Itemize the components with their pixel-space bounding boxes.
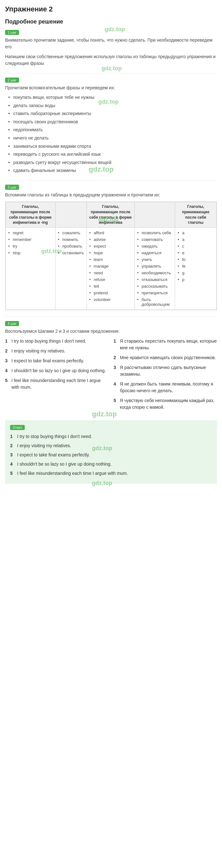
- step-1-badge: 1 шаг: [5, 30, 19, 35]
- sentence-en-5-text: I feel like misunderstanding each time I…: [11, 377, 108, 391]
- answer-num-1: 1: [10, 433, 14, 440]
- col5-partial: a a c e fo fe g p: [175, 227, 217, 310]
- verb-pozvolit: позволить себе: [137, 229, 173, 236]
- verbs-table: Глаголы, принимающие после себя глаголы …: [5, 202, 217, 310]
- sentence-en-1-text: I try to stop buying things I don't need…: [11, 338, 86, 344]
- col2-header: [55, 202, 86, 227]
- col5-e: e: [178, 249, 214, 256]
- bullet-5: недопонимать: [8, 127, 217, 133]
- verb-refuse: refuse: [89, 276, 132, 283]
- sentence-ru-3-num: 3: [114, 364, 118, 378]
- bullet-1: покупать вещи, которые тебе не нужны: [8, 94, 217, 101]
- sentence-ru-3: 3 Я рассчитываю отлично сдать выпускные …: [114, 364, 217, 378]
- verb-learn: learn: [89, 256, 132, 263]
- verb-remember: remember: [8, 236, 53, 243]
- verb-regret: regret: [8, 229, 53, 236]
- bullet-3: ставить лабораторные эксперименты: [8, 111, 217, 117]
- sentence-en-4-text: I shouldn't be so lazy so I give up doin…: [11, 367, 106, 374]
- sentences-grid: 1 I try to stop buying things I don't ne…: [5, 338, 217, 414]
- bullet-8: переводить с русского на английский язык: [8, 151, 217, 158]
- verb-sozhalet: сожалеть: [58, 229, 84, 236]
- answer-item-3: 3 I expect to take final exams perfectly…: [10, 452, 212, 458]
- sentence-ru-1-num: 1: [114, 338, 118, 351]
- verb-probovat: пробовать: [58, 243, 84, 249]
- sentence-ru-5-num: 5: [114, 397, 118, 411]
- verb-hope: hope: [89, 249, 132, 256]
- verb-stop: stop: [8, 249, 53, 256]
- sentence-en-4: 4 I shouldn't be so lazy so I give up do…: [5, 367, 108, 374]
- answer-item-5: 5 I feel like misunderstanding each time…: [10, 470, 212, 477]
- step-2-desc: Прочитаем вспомогательные фразы и переве…: [5, 85, 217, 91]
- bullet-7: заниматься военными видами спорта: [8, 143, 217, 150]
- col5-fo: fo: [178, 256, 214, 263]
- verb-otkazyvatsya: отказываться: [137, 276, 173, 283]
- col5-fe: fe: [178, 263, 214, 270]
- table-row-main: regret remember try stop сожалеть помнит…: [6, 227, 217, 310]
- col4-header: [135, 202, 175, 227]
- col1-header: Глаголы, принимающие после себя глаголы …: [6, 202, 56, 227]
- sentences-ru-col: 1 Я стараюсь перестать покупать вещи, ко…: [114, 338, 217, 414]
- sentence-en-1-num: 1: [5, 338, 9, 344]
- sentence-ru-1-text: Я стараюсь перестать покупать вещи, кото…: [120, 338, 217, 351]
- col5-header: Глаголы, принимающие после себя глаголы: [175, 202, 217, 227]
- step-4-badge: 4 шаг: [5, 321, 19, 326]
- verb-ostanovit: остановить: [58, 249, 84, 256]
- sentence-ru-4: 4 Я не должен быть таким ленивым, поэтом…: [114, 381, 217, 394]
- sentence-ru-4-num: 4: [114, 381, 118, 394]
- verb-pritvorvatsya: притворяться: [137, 289, 173, 296]
- answer-num-4: 4: [10, 461, 14, 468]
- answer-text-3: I expect to take final exams perfectly.: [17, 452, 90, 458]
- col3-header: Глаголы, принимающие после себя глаголы …: [86, 202, 135, 227]
- sentence-ru-2-text: Мне нравится навещать своих родственнико…: [120, 354, 216, 361]
- answer-text-2: I enjoy visiting my relatives.: [17, 442, 71, 449]
- main-title: Упражнение 2: [5, 5, 217, 13]
- answer-list: 1 I try to stop buying things I don't ne…: [10, 433, 212, 477]
- bullet-2: делать запасы воды: [8, 103, 217, 109]
- sentence-en-3: 3 I expect to take final exams perfectly…: [5, 358, 108, 364]
- sentence-ru-5-text: Я чувствую себя непонимающим каждый раз,…: [120, 397, 217, 411]
- verb-uchit: учить: [137, 256, 173, 263]
- sentences-en-col: 1 I try to stop buying things I don't ne…: [5, 338, 108, 414]
- col4-ru: позволить себе советовать ожидать надеят…: [135, 227, 175, 310]
- col2-ru: сожалеть помнить пробовать остановить: [55, 227, 86, 310]
- verb-manage: manage: [89, 263, 132, 270]
- verbs-table-wrapper: Глаголы, принимающие после себя глаголы …: [5, 202, 217, 310]
- divider-1: [5, 73, 217, 73]
- answer-text-1: I try to stop buying things I don't need…: [17, 433, 92, 440]
- verb-rasskazyvat: рассказывать: [137, 283, 173, 289]
- col5-c: c: [178, 243, 214, 249]
- sentence-en-4-num: 4: [5, 367, 9, 374]
- verb-expect: expect: [89, 243, 132, 249]
- step-1-extra: Напишем свои собственные предложения исп…: [5, 53, 217, 67]
- sentence-en-5: 5 I feel like misunderstanding each time…: [5, 377, 108, 391]
- verb-pomnit: помнить: [58, 236, 84, 243]
- answer-text-5: I feel like misunderstanding each time I…: [17, 470, 128, 477]
- step-3: 3 шаг Вспомним глаголы из таблицы в пред…: [5, 184, 217, 310]
- sentence-en-2-text: I enjoy visiting my relatives.: [11, 348, 65, 354]
- col3-en: afford advise expect hope learn manage n…: [86, 227, 135, 310]
- divider-3: [5, 316, 217, 317]
- step-4-desc: Воспользуемся Шагами 2 и 3 и составим пр…: [5, 328, 217, 335]
- step-2-bullets: покупать вещи, которые тебе не нужны дел…: [5, 94, 217, 174]
- sentence-ru-4-text: Я не должен быть таким ленивым, поэтому …: [120, 381, 217, 394]
- bullet-10: сдавать финальные экзамены: [8, 167, 217, 174]
- step-3-badge: 3 шаг: [5, 185, 19, 190]
- sentence-ru-2-num: 2: [114, 354, 118, 361]
- bullet-4: посещать своих родственников: [8, 119, 217, 125]
- verb-advise: advise: [89, 236, 132, 243]
- answer-section: Ответ 1 I try to stop buying things I do…: [5, 420, 217, 484]
- step-4: 4 шаг Воспользуемся Шагами 2 и 3 и соста…: [5, 321, 217, 414]
- verb-dobrovol: быть добровольцем: [137, 296, 173, 308]
- verb-nadeyatsya: надеяться: [137, 249, 173, 256]
- sentence-en-3-text: I expect to take final exams perfectly.: [11, 358, 84, 364]
- step-2-badge: 2 шаг: [5, 78, 19, 83]
- verb-volunteer: volunteer: [89, 296, 132, 303]
- answer-item-1: 1 I try to stop buying things I don't ne…: [10, 433, 212, 440]
- col5-a2: a: [178, 236, 214, 243]
- col5-p: p: [178, 276, 214, 283]
- sentence-ru-1: 1 Я стараюсь перестать покупать вещи, ко…: [114, 338, 217, 351]
- step-2: 2 шаг Прочитаем вспомогательные фразы и …: [5, 77, 217, 174]
- verb-tell: tell: [89, 283, 132, 289]
- verb-ozhidat: ожидать: [137, 243, 173, 249]
- verb-upravlyat: управлять: [137, 263, 173, 270]
